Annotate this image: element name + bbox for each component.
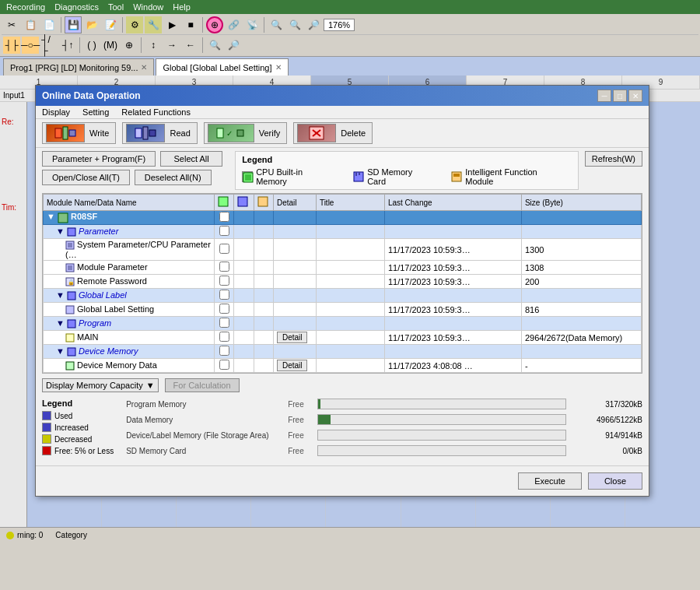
tab-prog1-close[interactable]: ✕ bbox=[141, 63, 147, 72]
menu-tool[interactable]: Tool bbox=[108, 2, 124, 12]
tb-open[interactable]: 📂 bbox=[83, 16, 100, 33]
table-row[interactable]: Device Memory Data Detail 11/17/2023 4:0… bbox=[44, 359, 642, 373]
tb2-btn-9[interactable]: → bbox=[163, 37, 180, 54]
tb-btn-3[interactable]: ⚙ bbox=[126, 16, 143, 33]
cell-name: System Parameter/CPU Parameter (… bbox=[44, 239, 215, 261]
select-all-btn[interactable]: Select All bbox=[160, 151, 222, 167]
toolbar-area: ✂ 📋 📄 💾 📂 📝 ⚙ 🔧 ▶ ■ ⊕ 🔗 📡 🔍 🔍 🔎 176% ┤├ … bbox=[0, 14, 700, 57]
cell-cb1[interactable] bbox=[215, 211, 234, 225]
cell-cb1[interactable] bbox=[215, 225, 234, 239]
param-program-btn[interactable]: Parameter + Program(F) bbox=[42, 151, 156, 167]
tb2-btn-6[interactable]: (M) bbox=[102, 37, 119, 54]
cell-cb1[interactable] bbox=[215, 345, 234, 359]
table-row[interactable]: ▼ R08SF bbox=[44, 211, 642, 225]
tb-online-data-op[interactable]: ⊕ bbox=[206, 16, 223, 33]
table-row[interactable]: Global Label Setting 11/17/2023 10:59:3…… bbox=[44, 303, 642, 317]
legend-cpu-label: CPU Built-in Memory bbox=[256, 167, 331, 186]
cell-size bbox=[521, 345, 641, 359]
menu-help[interactable]: Help bbox=[173, 2, 191, 12]
delete-group: Delete bbox=[293, 122, 373, 144]
tb-btn-5[interactable]: ▶ bbox=[163, 16, 180, 33]
svg-rect-31 bbox=[66, 306, 74, 314]
cell-cb2 bbox=[234, 359, 254, 373]
tb-zoom-out[interactable]: 🔎 bbox=[305, 16, 322, 33]
tb-cut[interactable]: ✂ bbox=[3, 16, 20, 33]
cell-last-change bbox=[384, 211, 521, 225]
dialog-close[interactable]: ✕ bbox=[628, 90, 642, 102]
dialog-restore[interactable]: □ bbox=[613, 90, 627, 102]
cell-cb3 bbox=[254, 239, 273, 261]
table-row[interactable]: System Parameter/CPU Parameter (… 11/17/… bbox=[44, 239, 642, 261]
delete-icon bbox=[297, 124, 336, 142]
tb2-btn-1[interactable]: ┤├ bbox=[3, 37, 20, 54]
deselect-all-btn[interactable]: Deselect All(N) bbox=[135, 170, 212, 185]
mem-bar-sd-label: SD Memory Card bbox=[126, 447, 282, 455]
dialog-menu-related[interactable]: Related Functions bbox=[121, 107, 191, 117]
cell-cb3 bbox=[254, 275, 273, 289]
refresh-btn[interactable]: Refresh(W) bbox=[585, 151, 642, 167]
table-row[interactable]: ▼ Parameter bbox=[44, 225, 642, 239]
cell-cb2 bbox=[234, 345, 254, 359]
cell-cb1[interactable] bbox=[215, 303, 234, 317]
tb-btn-4[interactable]: 🔧 bbox=[145, 16, 162, 33]
tb2-btn-10[interactable]: ← bbox=[182, 37, 199, 54]
table-row[interactable]: MAIN Detail 11/17/2023 10:59:3… 2964/267… bbox=[44, 331, 642, 345]
table-row[interactable]: ▼ Global Label bbox=[44, 289, 642, 303]
dialog-minimize[interactable]: ─ bbox=[597, 90, 611, 102]
tb-new[interactable]: 📝 bbox=[102, 16, 119, 33]
tb-copy[interactable]: 📋 bbox=[22, 16, 39, 33]
tb-paste[interactable]: 📄 bbox=[40, 16, 58, 33]
execute-btn[interactable]: Execute bbox=[518, 472, 582, 490]
main-detail-btn[interactable]: Detail bbox=[277, 332, 308, 343]
tb2-btn-5[interactable]: ( ) bbox=[83, 37, 100, 54]
cell-cb1[interactable] bbox=[215, 289, 234, 303]
tb-save[interactable]: 💾 bbox=[65, 16, 82, 33]
tab-prog1[interactable]: Prog1 [PRG] [LD] Monitoring 59... ✕ bbox=[3, 58, 154, 76]
tb2-btn-8[interactable]: ↕ bbox=[145, 37, 162, 54]
tb-sep-2 bbox=[122, 17, 123, 33]
tab-global[interactable]: Global [Global Label Setting] ✕ bbox=[156, 58, 288, 76]
menu-window[interactable]: Window bbox=[133, 2, 163, 12]
mem-capacity-dropdown[interactable]: Display Memory Capacity ▼ bbox=[42, 378, 159, 392]
calc-btn[interactable]: For Calculation bbox=[165, 378, 240, 392]
tb2-btn-7[interactable]: ⊕ bbox=[121, 37, 138, 54]
menu-recording[interactable]: Recording bbox=[6, 2, 45, 12]
table-row[interactable]: 🔒 Remote Password 11/17/2023 10:59:3… 20… bbox=[44, 275, 642, 289]
tb-zoom-in[interactable]: 🔍 bbox=[286, 16, 303, 33]
cell-detail bbox=[273, 239, 316, 261]
tb2-btn-12[interactable]: 🔎 bbox=[225, 37, 242, 54]
cell-cb1[interactable] bbox=[215, 275, 234, 289]
menu-diagnostics[interactable]: Diagnostics bbox=[54, 2, 99, 12]
table-row[interactable]: ▼ Program bbox=[44, 317, 642, 331]
table-row[interactable]: Module Parameter 11/17/2023 10:59:3… 130… bbox=[44, 261, 642, 275]
mem-legend-increased: Increased bbox=[42, 423, 114, 432]
cell-detail bbox=[273, 275, 316, 289]
cell-cb1[interactable] bbox=[215, 317, 234, 331]
cell-cb1[interactable] bbox=[215, 261, 234, 275]
tb2-btn-3[interactable]: ┤/├ bbox=[40, 37, 58, 54]
th-last-change: Last Change bbox=[384, 195, 521, 211]
dialog-menu-display[interactable]: Display bbox=[42, 107, 70, 117]
tab-global-close[interactable]: ✕ bbox=[275, 63, 282, 72]
tb-btn-9[interactable]: 📡 bbox=[243, 16, 261, 33]
tb-btn-6[interactable]: ■ bbox=[182, 16, 199, 33]
tb2-btn-2[interactable]: ─○─ bbox=[22, 37, 39, 54]
tb-btn-8[interactable]: 🔗 bbox=[225, 16, 242, 33]
cell-cb1[interactable] bbox=[215, 331, 234, 345]
tb2-btn-11[interactable]: 🔍 bbox=[206, 37, 223, 54]
cell-cb1[interactable] bbox=[215, 359, 234, 373]
cell-last-change bbox=[384, 289, 521, 303]
cell-detail[interactable]: Detail bbox=[273, 359, 316, 373]
tb2-btn-4[interactable]: ┤↑ bbox=[59, 37, 76, 54]
cell-detail[interactable]: Detail bbox=[273, 331, 316, 345]
dropdown-arrow-icon: ▼ bbox=[146, 381, 155, 390]
tab-global-label: Global [Global Label Setting] bbox=[163, 63, 271, 72]
table-row[interactable]: ▼ Device Memory bbox=[44, 345, 642, 359]
dialog-menu-setting[interactable]: Setting bbox=[82, 107, 109, 117]
device-memory-detail-btn[interactable]: Detail bbox=[277, 360, 308, 371]
open-close-all-btn[interactable]: Open/Close All(T) bbox=[42, 170, 130, 185]
cell-cb1[interactable] bbox=[215, 239, 234, 261]
cell-name: Module Parameter bbox=[44, 261, 215, 275]
tb-btn-10[interactable]: 🔍 bbox=[268, 16, 285, 33]
close-btn[interactable]: Close bbox=[588, 472, 642, 490]
